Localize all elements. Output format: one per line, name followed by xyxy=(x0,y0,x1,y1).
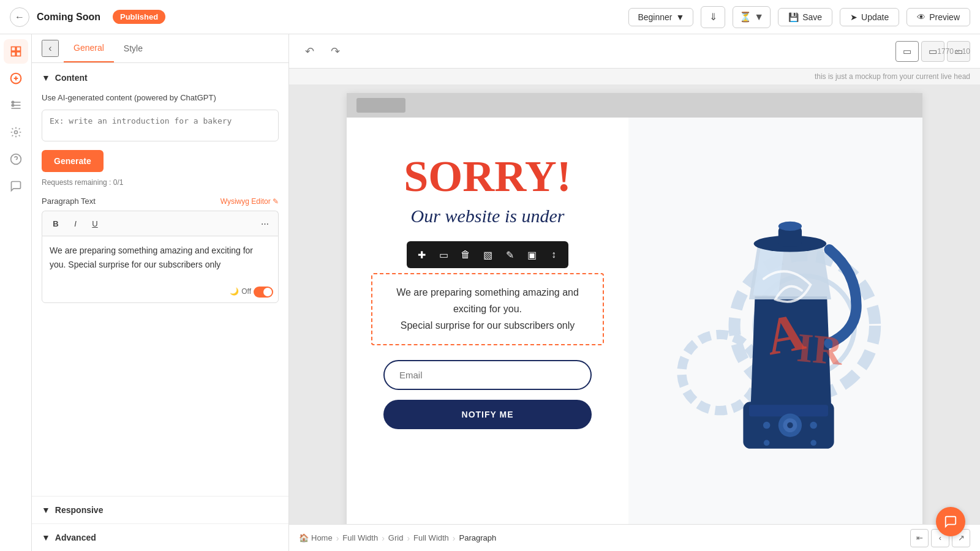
chevron-down-icon: ▼ xyxy=(42,73,50,83)
advanced-section: ▼ Advanced xyxy=(32,523,288,551)
svg-point-26 xyxy=(810,440,816,446)
notify-button[interactable]: NOTIFY ME xyxy=(383,400,592,429)
redo-button[interactable]: ↷ xyxy=(325,41,345,62)
breadcrumb-fullwidth-1[interactable]: Full Width xyxy=(342,533,378,542)
move-button[interactable]: ✚ xyxy=(412,245,431,264)
responsive-label: Responsive xyxy=(55,505,104,515)
preview-button[interactable]: 👁 Preview xyxy=(907,8,970,26)
history-button[interactable]: ⏳ ▼ xyxy=(733,6,771,28)
panel-close-button[interactable]: ‹ xyxy=(42,40,59,57)
panel-content: ▼ Content Use AI-generated content (powe… xyxy=(32,63,288,496)
update-button[interactable]: ➤ Update xyxy=(840,8,899,26)
nav-first-button[interactable]: ⇤ xyxy=(910,529,929,547)
delete-button[interactable]: 🗑 xyxy=(456,245,475,264)
page-canvas: SORRY! Our website is under ✚ ▭ 🗑 ▧ ✎ ▣ … xyxy=(347,93,922,524)
reorder-button[interactable]: ↕ xyxy=(544,245,564,264)
responsive-section: ▼ Responsive xyxy=(32,496,288,523)
panel-tabs: ‹ General Style xyxy=(32,34,288,63)
chevron-down-icon: ▼ xyxy=(42,505,50,515)
italic-button[interactable]: I xyxy=(67,215,84,232)
edit-button[interactable]: ✎ xyxy=(500,245,519,264)
sidebar-icon-layers[interactable] xyxy=(4,39,28,64)
svg-point-10 xyxy=(12,101,13,103)
breadcrumb-fullwidth-1-label: Full Width xyxy=(342,533,378,542)
para-label: Paragraph Text xyxy=(42,197,96,206)
coming-soon-content: SORRY! Our website is under ✚ ▭ 🗑 ▧ ✎ ▣ … xyxy=(347,118,922,524)
requests-remaining: Requests remaining : 0/1 xyxy=(42,178,279,187)
ai-description: Use AI-generated content (powered by Cha… xyxy=(42,92,279,103)
breadcrumb-fullwidth-2-label: Full Width xyxy=(413,533,449,542)
breadcrumb-home[interactable]: 🏠 Home xyxy=(299,533,333,542)
dimension-label: 1770 × 10 xyxy=(937,47,970,56)
breadcrumb-sep-4: › xyxy=(453,533,456,543)
content-section-header[interactable]: ▼ Content xyxy=(42,73,279,83)
download-button[interactable]: ⇓ xyxy=(701,6,725,28)
dark-mode-toggle[interactable] xyxy=(254,287,273,298)
sidebar-icon-help[interactable] xyxy=(4,147,28,171)
layout-button[interactable]: ▣ xyxy=(522,245,541,264)
sidebar-icon-settings[interactable] xyxy=(4,120,28,144)
editor-toolbar: B I U ⋯ xyxy=(42,211,279,236)
edit-icon: ✎ xyxy=(273,197,279,206)
more-options-button[interactable]: ⋯ xyxy=(256,215,273,232)
sidebar-icon-chat[interactable] xyxy=(4,174,28,198)
send-icon: ➤ xyxy=(850,12,858,22)
live-notice: this is just a mockup from your current … xyxy=(289,69,980,84)
desktop-view-button[interactable]: ▭ xyxy=(895,41,919,62)
tab-style[interactable]: Style xyxy=(114,35,153,62)
paragraph-editor-body[interactable]: We are preparing something amazing and e… xyxy=(42,236,279,303)
sidebar-icon-add[interactable] xyxy=(4,66,28,91)
breadcrumb-grid[interactable]: Grid xyxy=(388,533,404,542)
under-construction-text: Our website is under xyxy=(411,206,565,227)
advanced-label: Advanced xyxy=(55,533,96,542)
coming-soon-right: A IR xyxy=(628,118,922,524)
settings-panel: ‹ General Style ▼ Content Use AI-generat… xyxy=(32,34,289,551)
chat-float-button[interactable] xyxy=(936,507,965,536)
breadcrumb-grid-label: Grid xyxy=(388,533,404,542)
main-layout: ‹ General Style ▼ Content Use AI-generat… xyxy=(0,34,980,551)
scroll-thumb xyxy=(356,98,405,113)
svg-point-22 xyxy=(787,422,793,429)
undo-button[interactable]: ↶ xyxy=(299,41,320,62)
duplicate-button[interactable]: ▭ xyxy=(434,245,453,264)
email-input[interactable] xyxy=(383,360,592,390)
svg-rect-0 xyxy=(11,47,15,51)
breadcrumb-paragraph[interactable]: Paragraph xyxy=(459,533,497,542)
bold-button[interactable]: B xyxy=(47,215,64,232)
blender-illustration: A IR xyxy=(659,191,892,460)
svg-point-12 xyxy=(14,131,17,134)
canvas-toolbar: ↶ ↷ 1770 × 10 ▭ ▭ ▭ xyxy=(289,34,980,69)
breadcrumb-sep-2: › xyxy=(382,533,385,543)
sidebar-icon-elements[interactable] xyxy=(4,93,28,118)
ai-prompt-input[interactable] xyxy=(42,110,279,141)
copy-button[interactable]: ▧ xyxy=(478,245,497,264)
breadcrumb-home-label: Home xyxy=(311,533,333,542)
sidebar-icons xyxy=(0,34,32,551)
generate-button[interactable]: Generate xyxy=(42,150,104,172)
tab-general[interactable]: General xyxy=(64,34,114,62)
breadcrumb-paragraph-label: Paragraph xyxy=(459,533,497,542)
wysiwyg-toggle[interactable]: Wysiwyg Editor ✎ xyxy=(221,197,279,206)
paragraph-text-box[interactable]: We are preparing something amazing and e… xyxy=(371,273,604,345)
toggle-row: 🌙 Off xyxy=(230,286,273,298)
back-button[interactable]: ← xyxy=(10,7,29,27)
svg-text:IR: IR xyxy=(795,324,845,373)
canvas-content: this is just a mockup from your current … xyxy=(289,69,980,524)
breadcrumb-sep-1: › xyxy=(336,533,339,543)
coming-soon-left: SORRY! Our website is under ✚ ▭ 🗑 ▧ ✎ ▣ … xyxy=(347,118,628,524)
underline-button[interactable]: U xyxy=(86,215,104,232)
published-badge: Published xyxy=(113,10,165,24)
editor-content: We are preparing something amazing and e… xyxy=(50,246,253,269)
svg-rect-1 xyxy=(16,47,20,51)
chevron-icon: ▼ xyxy=(754,12,764,23)
responsive-header[interactable]: ▼ Responsive xyxy=(42,505,279,515)
breadcrumb-fullwidth-2[interactable]: Full Width xyxy=(413,533,449,542)
beginner-label: Beginner xyxy=(638,12,672,22)
advanced-header[interactable]: ▼ Advanced xyxy=(42,533,279,542)
svg-point-25 xyxy=(764,440,770,446)
save-button[interactable]: 💾 Save xyxy=(778,8,832,26)
svg-point-23 xyxy=(763,422,770,429)
beginner-dropdown[interactable]: Beginner ▼ xyxy=(628,8,693,26)
eye-icon: 👁 xyxy=(917,12,925,22)
svg-point-11 xyxy=(12,104,13,106)
